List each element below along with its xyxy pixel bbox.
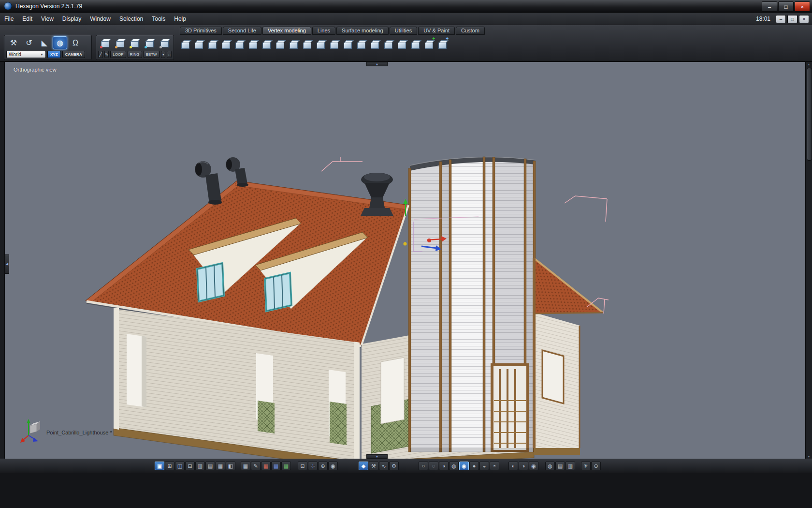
lighting-icon[interactable]: ☀ (581, 462, 591, 470)
grid-y-plane-icon[interactable]: ▦ (271, 462, 281, 470)
sweep-tool-icon[interactable] (287, 37, 300, 52)
tab-surface-modeling[interactable]: Surface modeling (336, 27, 389, 35)
select-uv-icon[interactable] (158, 36, 172, 49)
bridge-tool-icon[interactable] (395, 37, 408, 52)
mirror-tool-icon[interactable] (382, 37, 394, 52)
layout-grid-icon[interactable]: ▦ (216, 462, 225, 470)
scrollbar-thumb[interactable] (807, 68, 812, 161)
sphere-tool-icon[interactable]: ◍ (53, 36, 67, 49)
twist-tool-icon[interactable] (341, 37, 354, 52)
dissociate-tool-icon[interactable] (219, 37, 232, 52)
scroll-down-icon[interactable]: ▼ (807, 454, 811, 459)
grid-toggle-icon[interactable]: ▦ (241, 462, 250, 470)
taper-tool-icon[interactable] (355, 37, 367, 52)
camera-icon[interactable]: ⊙ (591, 462, 601, 470)
smooth-med-icon[interactable]: ◑ (519, 462, 528, 470)
left-panel-handle[interactable]: ◀ (5, 254, 9, 274)
thickness-tool-icon[interactable] (301, 37, 313, 52)
doc-close-button[interactable]: × (799, 15, 809, 23)
smooth-low-icon[interactable]: ◐ (508, 462, 518, 470)
menu-help[interactable]: Help (170, 14, 190, 24)
tab-uv-paint[interactable]: UV & Paint (418, 27, 455, 35)
soft-selection-icon[interactable]: ∿ (379, 462, 389, 470)
window-minimize-button[interactable]: – (762, 1, 777, 12)
lighthouse-scene[interactable] (5, 62, 805, 459)
chamfer-tool-icon[interactable] (246, 37, 259, 52)
cone-tool-icon[interactable]: ◣ (37, 36, 52, 49)
textured-mode-icon[interactable]: ● (469, 462, 479, 470)
top-panel-handle[interactable]: ▲ (366, 62, 388, 66)
extrude-surface-tool-icon[interactable] (260, 37, 273, 52)
select-faces-icon[interactable] (128, 36, 142, 49)
list-select-icon[interactable]: ▪ (161, 51, 166, 58)
flat-shade-mode-icon[interactable]: ◑ (439, 462, 449, 470)
select-points-icon[interactable] (98, 36, 112, 49)
copy-tool-icon[interactable] (368, 37, 381, 52)
menu-tools[interactable]: Tools (147, 14, 170, 24)
tab-lines[interactable]: Lines (312, 27, 335, 35)
house-right-wing[interactable] (533, 258, 603, 455)
grid-x-plane-icon[interactable]: ▦ (261, 462, 271, 470)
backface-icon[interactable]: ◍ (545, 462, 555, 470)
settings-icon[interactable]: ⚙ (389, 462, 399, 470)
tower-door[interactable] (491, 363, 529, 452)
between-button[interactable]: BETW (144, 51, 160, 58)
world-dropdown[interactable]: World ▼ (6, 51, 46, 58)
select-region-icon[interactable]: ⊡ (298, 462, 307, 470)
layout-two-horizontal-icon[interactable]: ⊟ (185, 462, 195, 470)
lighthouse-tower[interactable] (408, 157, 536, 452)
tab-custom[interactable]: Custom (456, 27, 485, 35)
wireframe-mode-icon[interactable]: ○ (419, 462, 428, 470)
zoom-view-icon[interactable]: ⊕ (318, 462, 328, 470)
connect-tool-icon[interactable] (409, 37, 421, 52)
extract-tool-icon[interactable] (206, 37, 218, 52)
layout-three-top-icon[interactable]: ▤ (205, 462, 215, 470)
tab-3d-primitives[interactable]: 3D Primitives (180, 27, 222, 35)
edit-grid-icon[interactable]: ✎ (251, 462, 261, 470)
tab-utilities[interactable]: Utilities (390, 27, 417, 35)
weld-tool-icon[interactable] (233, 37, 246, 52)
tools-icon[interactable]: ⚒ (369, 462, 378, 470)
grid-z-plane-icon[interactable]: ▦ (281, 462, 291, 470)
select-edges-icon[interactable] (113, 36, 127, 49)
hidden-line-mode-icon[interactable]: ◌ (429, 462, 438, 470)
ring-select-icon[interactable]: ◌ (167, 51, 172, 58)
menu-view[interactable]: View (37, 14, 58, 24)
layers-icon[interactable]: ▤ (555, 462, 565, 470)
loop-button[interactable]: LOOP (110, 51, 126, 58)
layout-two-vertical-icon[interactable]: ◫ (175, 462, 185, 470)
tessellate-tool-icon[interactable] (179, 37, 191, 52)
window-close-button[interactable]: × (795, 1, 810, 12)
bend-tool-icon[interactable] (328, 37, 340, 52)
add-points-tool-icon[interactable]: + (422, 37, 435, 52)
menu-display[interactable]: Display (58, 14, 86, 24)
menu-window[interactable]: Window (86, 14, 115, 24)
layout-three-left-icon[interactable]: ▥ (195, 462, 205, 470)
layout-split-icon[interactable]: ◧ (226, 462, 235, 470)
menu-file[interactable]: File (0, 14, 18, 24)
layout-single-view-icon[interactable]: ▣ (155, 462, 164, 470)
camera-toggle-button[interactable]: CAMERA (62, 51, 85, 58)
smooth-shade-mode-icon[interactable]: ◉ (459, 462, 469, 470)
smooth-high-icon[interactable]: ◉ (529, 462, 538, 470)
edge-line-icon[interactable]: ╱ (98, 51, 103, 58)
rotate-tool-icon[interactable]: ↺ (22, 36, 36, 49)
extrude-profile-tool-icon[interactable] (274, 37, 286, 52)
ghost-tool-icon[interactable]: Ω (68, 36, 83, 49)
fit-view-icon[interactable]: ◉ (328, 462, 338, 470)
vertical-scrollbar[interactable]: ▲ ▼ (805, 62, 812, 459)
symmetry-tool-icon[interactable] (314, 37, 327, 52)
pan-view-icon[interactable]: ⊹ (308, 462, 318, 470)
pen-select-icon[interactable]: ✎ (104, 51, 109, 58)
magnet-tool-icon[interactable]: + (436, 37, 449, 52)
doc-maximize-button[interactable]: □ (787, 15, 798, 23)
hammer-tool-icon[interactable]: ⚒ (6, 36, 21, 49)
smooth-tool-icon[interactable] (192, 37, 205, 52)
shaded-wire-mode-icon[interactable]: ◍ (449, 462, 459, 470)
scroll-up-icon[interactable]: ▲ (807, 62, 811, 66)
3d-viewport[interactable]: Orthographic view Point_Cabrillo_Lightho… (5, 62, 805, 459)
doc-minimize-button[interactable]: – (776, 15, 786, 23)
ring-button[interactable]: RING (128, 51, 142, 58)
menu-selection[interactable]: Selection (115, 14, 147, 24)
menu-edit[interactable]: Edit (18, 14, 37, 24)
